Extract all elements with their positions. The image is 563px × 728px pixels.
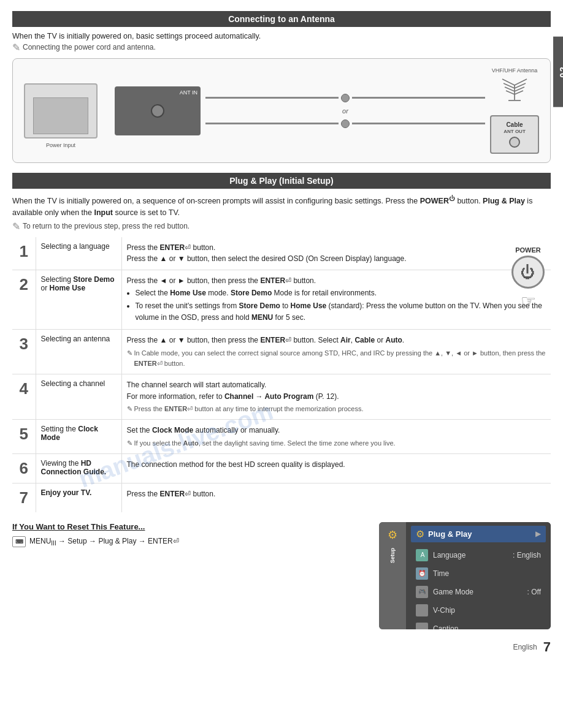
reset-left: If You Want to Reset This Feature... ⌨ M… [12, 522, 367, 547]
cable-line-top2 [352, 97, 485, 99]
enter-arrow: ⏎ [173, 537, 179, 545]
setup-gear-icon: ⚙ [416, 528, 424, 540]
cable-box-connector [509, 137, 520, 148]
setup-sidebar: ⚙ Setup [379, 522, 406, 629]
setup-item-language-label: Language [433, 551, 513, 559]
cable-box: Cable ANT OUT [490, 115, 539, 154]
step-7-desc: Press the ENTER⏎ button. [121, 483, 551, 512]
antenna-note: ✎ Connecting the power cord and antenna. [12, 43, 551, 53]
connector-circle [151, 104, 164, 118]
step-4-desc: The channel search will start automatica… [121, 374, 551, 419]
connector-area: ANT IN or [98, 67, 539, 154]
plug-play-note-icon: ✎ [12, 221, 20, 232]
power-button-area: POWER ⏻ ☞ [511, 246, 545, 311]
setup-item-language-icon: A [416, 549, 428, 561]
step-1-desc: Press the ENTER⏎ button. Press the ▲ or … [121, 237, 551, 270]
setup-item-gamemode-label: Game Mode [433, 588, 527, 596]
cable-connector-1 [341, 94, 350, 102]
setup-item-time-icon: ⏰ [416, 567, 428, 580]
step-6-desc: The connection method for the best HD sc… [121, 453, 551, 483]
setup-plug-play-header: ⚙ Plug & Play ▶ [411, 526, 546, 542]
power-button-circle: ⏻ [511, 256, 545, 289]
antenna-diagram: Power Input ANT IN or [12, 58, 551, 163]
step-4-row: 4 Selecting a channel The channel search… [12, 374, 551, 419]
step-3-desc: Press the ▲ or ▼ button, then press the … [121, 330, 551, 374]
setup-item-vchip-label: V-Chip [433, 606, 541, 615]
vhf-label: VHF/UHF Antenna [492, 67, 538, 74]
note-icon: ✎ [12, 42, 20, 53]
antenna-note-text: Connecting the power cord and antenna. [23, 43, 156, 51]
setup-main-panel: ⚙ Plug & Play ▶ A Language : English ⏰ T… [406, 522, 551, 629]
setup-item-gamemode: 🎮 Game Mode : Off [411, 583, 546, 601]
step-6-num: 6 [12, 453, 36, 483]
side-tab-number: 02 [558, 66, 563, 78]
setup-arrow-icon: ▶ [535, 529, 541, 538]
step-2-row: 2 Selecting Store Demo or Home Use Press… [12, 270, 551, 329]
footer-lang: English [513, 643, 537, 651]
svg-line-3 [515, 79, 527, 85]
reset-instruction: ⌨ MENUIII → Setup → Plug & Play → ENTER⏎ [12, 536, 367, 547]
setup-item-gamemode-icon: 🎮 [416, 586, 428, 598]
tv-illustration: Power Input [24, 83, 98, 138]
setup-item-time-label: Time [433, 569, 541, 578]
antenna-section-header: Connecting to an Antenna [12, 11, 551, 27]
setup-menu-title: Plug & Play [428, 529, 472, 539]
svg-line-2 [502, 79, 515, 85]
power-button-wrap: POWER ⏻ ☞ [511, 246, 545, 311]
svg-line-9 [515, 91, 523, 94]
svg-line-8 [506, 91, 515, 94]
step-7-row: 7 Enjoy your TV. Press the ENTER⏎ button… [12, 483, 551, 512]
step-5-note-icon: ✎ [127, 438, 132, 449]
setup-item-language: A Language : English [411, 546, 546, 564]
plug-play-note-text: To return to the previous step, press th… [23, 222, 190, 230]
setup-item-gamemode-value: : Off [527, 588, 541, 596]
step-5-row: 5 Setting the Clock Mode Set the Clock M… [12, 420, 551, 454]
setup-item-caption-label: Caption [433, 624, 541, 629]
menu-remote-icon: ⌨ [12, 536, 26, 547]
side-tab: 02 Connections [553, 37, 563, 107]
cable-connector-2 [341, 119, 350, 128]
step-4-num: 4 [12, 374, 36, 419]
cable-box-label: Cable [495, 121, 534, 128]
or-text: or [342, 107, 348, 115]
setup-gear-sidebar-icon: ⚙ [388, 528, 397, 542]
setup-item-vchip-icon [416, 604, 428, 616]
step-6-row: 6 Viewing the HD Connection Guide. The c… [12, 453, 551, 483]
cable-line-bottom [205, 123, 339, 124]
antenna-svg [496, 76, 533, 107]
step-5-label: Setting the Clock Mode [36, 420, 121, 454]
footer-page-number: 7 [543, 639, 551, 655]
antenna-icon-area: VHF/UHF Antenna [492, 67, 538, 107]
hand-pointer-icon: ☞ [521, 291, 536, 311]
step-7-num: 7 [12, 483, 36, 512]
power-button-label: POWER [515, 246, 541, 254]
power-symbol-icon: ⏻ [521, 265, 535, 279]
step-4-note-text: Press the ENTER⏎ button at any time to i… [134, 404, 364, 414]
step-1-row: 1 Selecting a language Press the ENTER⏎ … [12, 237, 551, 270]
cable-line-bottom2 [352, 123, 485, 124]
step-2-num: 2 [12, 270, 36, 329]
step-3-num: 3 [12, 330, 36, 374]
page-footer: English 7 [12, 639, 551, 655]
setup-item-caption: Caption [411, 620, 546, 629]
power-sup: ⏻ [449, 195, 455, 202]
cable-line-top [205, 97, 339, 99]
step-5-desc: Set the Clock Mode automatically or manu… [121, 420, 551, 454]
setup-sidebar-label: Setup [389, 548, 396, 563]
step-1-label: Selecting a language [36, 237, 121, 270]
step-3-label: Selecting an antenna [36, 330, 121, 374]
setup-menu-screenshot: ⚙ Setup ⚙ Plug & Play ▶ A Language : Eng… [379, 522, 551, 629]
setup-item-language-value: : English [513, 551, 541, 559]
power-input-label: Power Input [46, 142, 75, 148]
power-bold: POWER [420, 197, 449, 205]
input-bold: Input [94, 208, 113, 217]
antenna-intro: When the TV is initially powered on, bas… [12, 32, 551, 40]
reset-instruction-text: MENUIII → Setup → Plug & Play → ENTER⏎ [29, 537, 179, 547]
step-5-note-text: If you select the Auto, set the daylight… [134, 438, 396, 449]
cable-box-sub: ANT OUT [504, 129, 526, 134]
step-3-row: 3 Selecting an antenna Press the ▲ or ▼ … [12, 330, 551, 374]
ant-in-label: ANT IN [180, 89, 197, 96]
back-panel: ANT IN [115, 86, 201, 135]
plug-play-note: ✎ To return to the previous step, press … [12, 222, 551, 232]
step-7-label: Enjoy your TV. [36, 483, 121, 512]
